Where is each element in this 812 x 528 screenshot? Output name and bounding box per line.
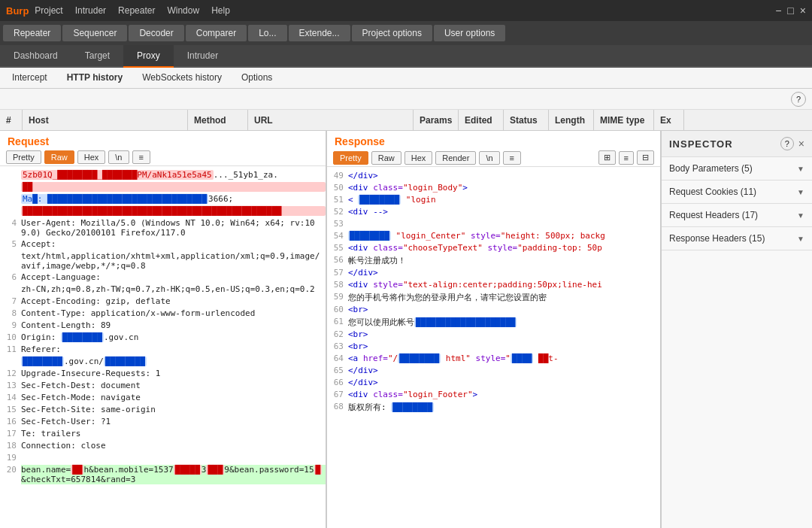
resp-line-55: 55 <div class="chooseTypeText" style="pa… <box>327 242 660 254</box>
resp-line-63: 63 <br> <box>327 341 660 353</box>
inspector-body-params-header[interactable]: Body Parameters (5) ▼ <box>662 157 812 180</box>
resp-btn-render[interactable]: Render <box>435 151 476 165</box>
req-btn-hex[interactable]: Hex <box>77 150 106 164</box>
menu-window[interactable]: Window <box>167 5 199 16</box>
req-line-lang: 6 Accept-Language: <box>0 272 326 284</box>
req-line-sfm: 14 Sec-Fetch-Mode: navigate <box>0 392 326 404</box>
help-row: ? <box>0 89 812 110</box>
inspector-resp-headers: Response Headers (15) ▼ <box>662 227 812 250</box>
req-line-sfu: 16 Sec-Fetch-User: ?1 <box>0 416 326 428</box>
col-hash: # <box>0 110 23 130</box>
request-toolbar: Pretty Raw Hex \n ≡ <box>0 149 326 166</box>
req-line-referer: 11 Referer: <box>0 344 326 356</box>
toolbar-user-options[interactable]: User options <box>434 25 505 41</box>
toolbar-live[interactable]: Lo... <box>248 25 286 41</box>
req-line-ct: 8 Content-Type: application/x-www-form-u… <box>0 308 326 320</box>
req-btn-pretty[interactable]: Pretty <box>6 150 41 164</box>
tab-dashboard[interactable]: Dashboard <box>0 45 71 68</box>
inspector-header: INSPECTOR ? × <box>662 131 812 157</box>
inspector-cookies-header[interactable]: Request Cookies (11) ▼ <box>662 181 812 203</box>
chevron-down-icon: ▼ <box>797 165 804 173</box>
resp-btn-hex[interactable]: Hex <box>404 151 433 165</box>
resp-line-57: 57 </div> <box>327 267 660 279</box>
req-line-body: 20 bean.name=██h&bean.mobile=1537█████3█… <box>0 464 326 485</box>
request-content: 5zb01Q_████████_███████PM/aNk1a51e5a45..… <box>0 166 326 528</box>
inspector-controls: ? × <box>780 137 804 150</box>
resp-view-alt[interactable]: ⊟ <box>637 150 654 165</box>
request-panel-title: Request <box>0 131 326 149</box>
resp-line-59: 59 您的手机号将作为您的登录用户名，请牢记您设置的密 <box>327 291 660 304</box>
resp-line-64: 64 <a href="/████████ html" style="████ … <box>327 353 660 365</box>
inspector-req-headers-header[interactable]: Request Headers (17) ▼ <box>662 204 812 226</box>
req-line-sfd: 13 Sec-Fetch-Dest: document <box>0 380 326 392</box>
col-status: Status <box>504 110 549 130</box>
col-mime: MIME type <box>594 110 654 130</box>
resp-btn-pretty[interactable]: Pretty <box>333 151 368 165</box>
resp-line-60: 60 <br> <box>327 304 660 316</box>
app-logo: Burp <box>6 5 29 17</box>
response-content: 49 </div> 50 <div class="login_Body"> 51… <box>327 167 660 528</box>
col-url: URL <box>248 110 414 130</box>
tab-proxy[interactable]: Proxy <box>123 45 174 68</box>
resp-line-54: 54 ████████ "login_Center" style="height… <box>327 230 660 242</box>
inspector-panel: INSPECTOR ? × Body Parameters (5) ▼ Requ… <box>662 131 812 528</box>
req-btn-newline[interactable]: \n <box>108 150 129 164</box>
resp-line-50: 50 <div class="login_Body"> <box>327 182 660 194</box>
title-bar-menu: Project Intruder Repeater Window Help <box>35 5 229 16</box>
sub-tab-websockets[interactable]: WebSockets history <box>133 69 231 87</box>
resp-view-split[interactable]: ⊞ <box>598 150 616 165</box>
toolbar-extensions[interactable]: Extende... <box>289 25 350 41</box>
resp-line-52: 52 <div --> <box>327 206 660 218</box>
toolbar-decoder[interactable]: Decoder <box>129 25 183 41</box>
resp-line-67: 67 <div class="login_Footer"> <box>327 389 660 401</box>
sub-tab-http-history[interactable]: HTTP history <box>58 69 132 87</box>
minimize-button[interactable]: − <box>775 5 781 17</box>
inspector-close-button[interactable]: × <box>798 138 804 150</box>
tab-target[interactable]: Target <box>71 45 123 68</box>
req-btn-raw[interactable]: Raw <box>44 150 74 164</box>
req-line-empty: 19 <box>0 452 326 464</box>
toolbar-comparer[interactable]: Comparer <box>186 25 247 41</box>
menu-project[interactable]: Project <box>35 5 62 16</box>
inspector-resp-headers-header[interactable]: Response Headers (15) ▼ <box>662 227 812 250</box>
inspector-cookies-label: Request Cookies (11) <box>669 187 756 197</box>
req-line-te: 17 Te: trailers <box>0 428 326 440</box>
col-host: Host <box>23 110 188 130</box>
resp-btn-raw[interactable]: Raw <box>371 151 401 165</box>
chevron-down-icon-2: ▼ <box>797 188 804 196</box>
menu-intruder[interactable]: Intruder <box>75 5 106 16</box>
resp-btn-menu[interactable]: ≡ <box>503 151 521 165</box>
req-btn-menu[interactable]: ≡ <box>132 150 150 164</box>
tab-bar: Dashboard Target Proxy Intruder <box>0 45 812 68</box>
title-bar: Burp Project Intruder Repeater Window He… <box>0 0 812 21</box>
menu-help[interactable]: Help <box>211 5 230 16</box>
req-line-sfs: 15 Sec-Fetch-Site: same-origin <box>0 404 326 416</box>
resp-line-58: 58 <div style="text-align:center;padding… <box>327 279 660 291</box>
inspector-body-params-label: Body Parameters (5) <box>669 163 753 174</box>
response-panel-title: Response <box>327 131 660 149</box>
resp-line-51: 51 < ████████ "login <box>327 194 660 206</box>
menu-repeater[interactable]: Repeater <box>118 5 155 16</box>
req-line-encoding: 7 Accept-Encoding: gzip, deflate <box>0 296 326 308</box>
help-button[interactable]: ? <box>791 92 806 107</box>
req-line-ua: 4 User-Agent: Mozilla/5.0 (Windows NT 10… <box>0 217 326 238</box>
toolbar-repeater[interactable]: Repeater <box>3 25 61 41</box>
req-line-lang-val: zh-CN,zh;q=0.8,zh-TW;q=0.7,zh-HK;q=0.5,e… <box>0 284 326 296</box>
request-panel: Request Pretty Raw Hex \n ≡ 5zb01Q_█████… <box>0 131 327 528</box>
resp-view-single[interactable]: ≡ <box>619 151 634 165</box>
inspector-help-button[interactable]: ? <box>780 137 794 150</box>
resp-line-56: 56 帐号注册成功！ <box>327 254 660 267</box>
toolbar-sequencer[interactable]: Sequencer <box>62 25 127 41</box>
sub-tab-intercept[interactable]: Intercept <box>3 69 56 87</box>
response-toolbar: Pretty Raw Hex Render \n ≡ ⊞ ≡ ⊟ <box>327 149 660 167</box>
maximize-button[interactable]: □ <box>787 5 793 17</box>
tab-intruder[interactable]: Intruder <box>174 45 232 68</box>
col-method: Method <box>188 110 248 130</box>
close-button[interactable]: × <box>800 5 806 17</box>
response-panel: Response Pretty Raw Hex Render \n ≡ ⊞ ≡ … <box>327 131 662 528</box>
sub-tab-options[interactable]: Options <box>232 69 281 87</box>
main-content: Request Pretty Raw Hex \n ≡ 5zb01Q_█████… <box>0 131 812 528</box>
toolbar-project-options[interactable]: Project options <box>352 25 432 41</box>
resp-btn-newline[interactable]: \n <box>479 151 499 165</box>
req-line-2: ██ <box>0 181 326 193</box>
